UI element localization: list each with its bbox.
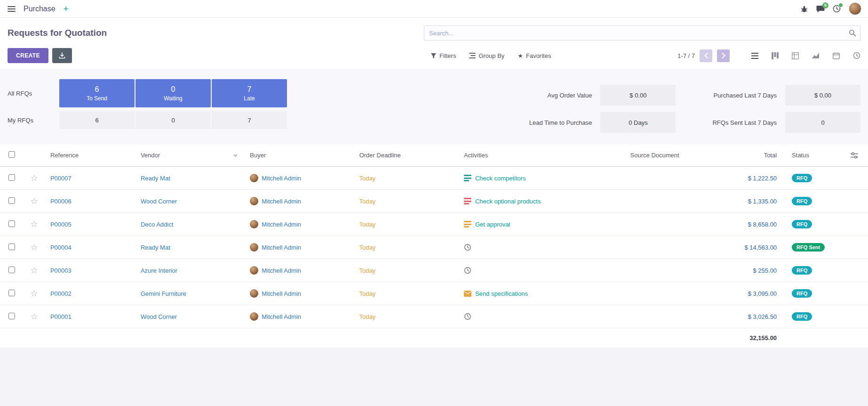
reference-link[interactable]: P00002: [50, 290, 72, 297]
activities-badge-dot: [838, 3, 843, 8]
favorite-star-icon[interactable]: ☆: [30, 289, 38, 298]
reference-link[interactable]: P00003: [50, 267, 72, 274]
bug-icon[interactable]: [800, 5, 808, 13]
table-row[interactable]: ☆ P00005 Deco Addict Mitchell Admin Toda…: [0, 213, 868, 236]
buyer-name[interactable]: Mitchell Admin: [262, 267, 301, 274]
favorite-star-icon[interactable]: ☆: [30, 196, 38, 206]
column-header-total[interactable]: Total: [723, 144, 784, 167]
column-header-source[interactable]: Source Document: [623, 144, 723, 167]
buyer-name[interactable]: Mitchell Admin: [262, 313, 301, 320]
table-header-row: Reference Vendor Buyer Order Deadline Ac…: [0, 144, 868, 167]
user-avatar[interactable]: [849, 2, 861, 15]
buyer-name[interactable]: Mitchell Admin: [262, 198, 301, 205]
view-list-icon[interactable]: [751, 53, 758, 59]
column-header-reference[interactable]: Reference: [43, 144, 133, 167]
reference-link[interactable]: P00004: [50, 244, 72, 251]
metric-value: $ 0.00: [785, 85, 860, 106]
view-kanban-icon[interactable]: [772, 52, 779, 59]
reference-link[interactable]: P00001: [50, 313, 72, 320]
group-by-button[interactable]: Group By: [469, 52, 504, 59]
pager-next-button[interactable]: [717, 49, 730, 62]
column-header-status[interactable]: Status: [784, 144, 843, 167]
table-row[interactable]: ☆ P00006 Wood Corner Mitchell Admin Toda…: [0, 190, 868, 213]
row-checkbox[interactable]: [8, 220, 15, 227]
reference-link[interactable]: P00006: [50, 198, 72, 205]
table-row[interactable]: ☆ P00001 Wood Corner Mitchell Admin Toda…: [0, 305, 868, 328]
export-button[interactable]: [52, 48, 72, 63]
buyer-name[interactable]: Mitchell Admin: [262, 244, 301, 251]
vendor-link[interactable]: Wood Corner: [141, 198, 177, 205]
buyer-avatar: [250, 266, 258, 275]
search-input[interactable]: [424, 25, 860, 41]
activity-cell[interactable]: [464, 244, 615, 251]
source-document: [623, 305, 723, 328]
activity-clock-icon[interactable]: [464, 244, 471, 251]
favorites-button[interactable]: ★ Favorites: [518, 52, 551, 59]
my-to-send-count[interactable]: 6: [59, 111, 135, 129]
optional-columns-icon[interactable]: [843, 144, 868, 167]
app-name[interactable]: Purchase: [24, 5, 56, 13]
search-icon[interactable]: [849, 29, 856, 37]
activities-icon[interactable]: [833, 5, 841, 13]
row-checkbox[interactable]: [8, 197, 15, 204]
plus-icon[interactable]: +: [64, 4, 69, 13]
vendor-link[interactable]: Ready Mat: [141, 244, 170, 251]
my-waiting-count[interactable]: 0: [135, 111, 211, 129]
row-checkbox[interactable]: [8, 267, 15, 273]
view-graph-icon[interactable]: [812, 52, 820, 59]
column-header-buyer[interactable]: Buyer: [242, 144, 351, 167]
kpi-late[interactable]: 7 Late: [212, 79, 287, 107]
table-row[interactable]: ☆ P00004 Ready Mat Mitchell Admin Today …: [0, 236, 868, 259]
row-checkbox[interactable]: [8, 313, 15, 319]
column-header-activities[interactable]: Activities: [456, 144, 623, 167]
view-calendar-icon[interactable]: [833, 52, 840, 59]
table-row[interactable]: ☆ P00002 Gemini Furniture Mitchell Admin…: [0, 282, 868, 305]
activity-label[interactable]: Check competitors: [475, 175, 526, 182]
vendor-link[interactable]: Azure Interior: [141, 267, 177, 274]
buyer-name[interactable]: Mitchell Admin: [262, 175, 301, 182]
favorite-star-icon[interactable]: ☆: [30, 243, 38, 252]
column-header-vendor[interactable]: Vendor: [133, 144, 242, 167]
activity-label[interactable]: Send specifications: [475, 290, 528, 297]
messages-icon[interactable]: 5: [816, 5, 825, 13]
my-late-count[interactable]: 7: [212, 111, 287, 129]
activity-clock-icon[interactable]: [464, 313, 471, 320]
favorite-star-icon[interactable]: ☆: [30, 219, 38, 229]
apps-menu-icon[interactable]: [7, 4, 16, 14]
favorite-star-icon[interactable]: ☆: [30, 173, 38, 183]
activity-cell[interactable]: Send specifications: [464, 290, 615, 297]
activity-cell[interactable]: Check competitors: [464, 175, 615, 182]
activity-cell[interactable]: [464, 267, 615, 274]
kpi-waiting[interactable]: 0 Waiting: [135, 79, 211, 107]
vendor-link[interactable]: Gemini Furniture: [141, 290, 186, 297]
buyer-name[interactable]: Mitchell Admin: [262, 221, 301, 228]
row-checkbox[interactable]: [8, 174, 15, 181]
view-activity-icon[interactable]: [853, 52, 860, 59]
select-all-checkbox[interactable]: [8, 151, 15, 158]
row-checkbox[interactable]: [8, 290, 15, 296]
filters-button[interactable]: Filters: [430, 52, 456, 59]
activity-cell[interactable]: Get approval: [464, 221, 615, 228]
table-row[interactable]: ☆ P00003 Azure Interior Mitchell Admin T…: [0, 259, 868, 282]
activity-label[interactable]: Get approval: [475, 221, 510, 228]
reference-link[interactable]: P00007: [50, 175, 72, 182]
favorite-star-icon[interactable]: ☆: [30, 312, 38, 321]
vendor-link[interactable]: Deco Addict: [141, 221, 173, 228]
favorite-star-icon[interactable]: ☆: [30, 266, 38, 275]
activity-clock-icon[interactable]: [464, 267, 471, 274]
chevron-down-icon[interactable]: [233, 154, 238, 157]
row-checkbox[interactable]: [8, 244, 15, 250]
pager-previous-button[interactable]: [700, 49, 712, 62]
table-row[interactable]: ☆ P00007 Ready Mat Mitchell Admin Today …: [0, 167, 868, 190]
buyer-name[interactable]: Mitchell Admin: [262, 290, 301, 297]
reference-link[interactable]: P00005: [50, 221, 72, 228]
activity-cell[interactable]: Check optional products: [464, 198, 615, 205]
column-header-deadline[interactable]: Order Deadline: [352, 144, 456, 167]
activity-cell[interactable]: [464, 313, 615, 320]
view-pivot-icon[interactable]: [792, 52, 799, 59]
create-button[interactable]: CREATE: [8, 48, 48, 63]
vendor-link[interactable]: Wood Corner: [141, 313, 177, 320]
kpi-to-send[interactable]: 6 To Send: [59, 79, 135, 107]
vendor-link[interactable]: Ready Mat: [141, 175, 170, 182]
activity-label[interactable]: Check optional products: [475, 198, 541, 205]
